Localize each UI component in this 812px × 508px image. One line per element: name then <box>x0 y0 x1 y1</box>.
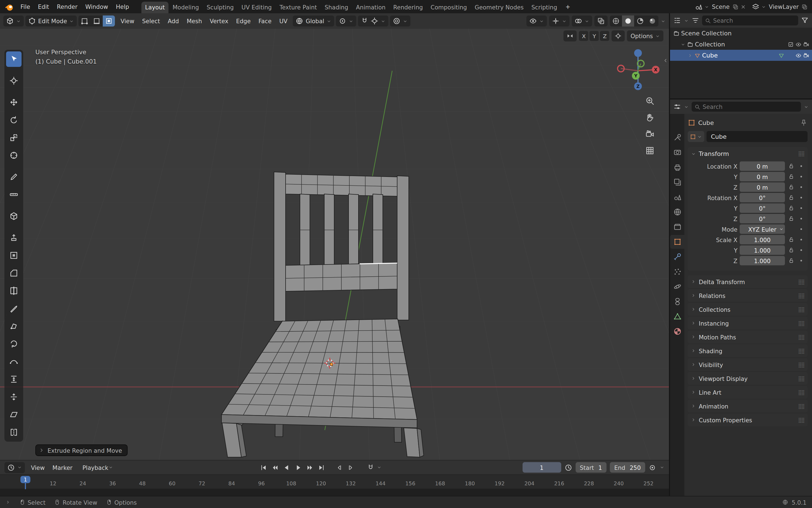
properties-tab-constraints[interactable] <box>670 295 684 308</box>
shading-rendered-button[interactable] <box>646 15 659 27</box>
camera-view-icon[interactable] <box>645 129 655 139</box>
vertex-select-button[interactable] <box>79 15 91 27</box>
workspace-tab-layout[interactable]: Layout <box>141 2 169 13</box>
animate-dot-icon[interactable] <box>799 258 803 263</box>
properties-tab-material[interactable] <box>670 325 684 338</box>
viewport-menu-select[interactable]: Select <box>138 15 164 27</box>
viewport-menu-face[interactable]: Face <box>255 15 276 27</box>
properties-tab-render[interactable] <box>670 145 684 159</box>
shading-material-button[interactable] <box>634 15 646 27</box>
lock-open-icon[interactable] <box>788 247 794 253</box>
pan-view-icon[interactable] <box>645 113 655 122</box>
gizmo-z-axis[interactable]: Z <box>634 82 642 90</box>
tool-edge-slide-button[interactable] <box>6 372 21 387</box>
panel-grip-icon[interactable]: ⣿⣿ <box>798 151 804 157</box>
menu-window[interactable]: Window <box>82 1 112 12</box>
options-dropdown[interactable]: Options <box>627 30 663 41</box>
value-field[interactable]: 1.000 <box>739 245 785 255</box>
shading-wireframe-button[interactable] <box>610 15 622 27</box>
value-field[interactable]: 1.000 <box>739 256 785 265</box>
lock-open-icon[interactable] <box>788 258 794 264</box>
workspace-tab-modeling[interactable]: Modeling <box>169 2 203 13</box>
workspace-tab-scripting[interactable]: Scripting <box>528 2 561 13</box>
snap-selector[interactable] <box>358 15 388 27</box>
axis-toggle-x[interactable]: X <box>579 31 588 41</box>
animate-dot-icon[interactable] <box>799 185 803 189</box>
properties-tab-tool[interactable] <box>670 130 684 144</box>
tool-bevel-button[interactable] <box>6 265 21 281</box>
properties-tab-particles[interactable] <box>670 265 684 279</box>
new-scene-icon[interactable] <box>732 4 738 10</box>
gizmos-button[interactable] <box>549 15 570 27</box>
current-frame-field[interactable]: 1 <box>522 462 561 473</box>
viewport-menu-edge[interactable]: Edge <box>232 15 255 27</box>
properties-editor-icon[interactable] <box>673 103 681 111</box>
zoom-view-icon[interactable] <box>645 96 655 105</box>
id-type-button[interactable] <box>688 131 704 142</box>
snap-playhead-button[interactable] <box>365 462 376 473</box>
animate-dot-icon[interactable] <box>799 164 803 169</box>
panel-grip-icon[interactable]: ⣿⣿ <box>798 348 804 353</box>
lock-open-icon[interactable] <box>788 237 794 243</box>
panel-grip-icon[interactable]: ⣿⣿ <box>798 306 804 312</box>
animate-dot-icon[interactable] <box>799 206 803 211</box>
clock-icon[interactable] <box>564 464 572 471</box>
start-frame-field[interactable]: Start 1 <box>575 462 607 473</box>
playback-dropdown[interactable]: Playback <box>79 462 117 473</box>
properties-search[interactable] <box>691 102 801 112</box>
object-name-input[interactable] <box>707 131 808 142</box>
face-select-button[interactable] <box>103 15 115 27</box>
camera-icon[interactable] <box>803 52 809 58</box>
mode-select[interactable]: XYZ Euler <box>739 224 785 234</box>
navigation-gizmo[interactable]: YZX <box>616 49 660 93</box>
eye-icon[interactable] <box>796 52 802 58</box>
show-object-types-button[interactable] <box>526 15 547 27</box>
snap-widget-icon[interactable] <box>612 30 625 41</box>
next-keyframe-button[interactable] <box>304 462 316 473</box>
animate-dot-icon[interactable] <box>799 227 803 231</box>
panel-animation[interactable]: Animation⣿⣿ <box>688 400 808 412</box>
animate-dot-icon[interactable] <box>799 174 803 179</box>
animate-dot-icon[interactable] <box>799 248 803 253</box>
operator-panel[interactable]: Extrude Region and Move <box>35 444 128 456</box>
mirror-icon[interactable] <box>564 30 577 41</box>
outliner-editor-icon[interactable] <box>673 16 681 24</box>
tool-knife-button[interactable] <box>6 301 21 316</box>
tool-annotate-button[interactable] <box>6 169 21 185</box>
tool-scale-button[interactable] <box>6 130 21 145</box>
lock-open-icon[interactable] <box>788 205 794 211</box>
panel-grip-icon[interactable]: ⣿⣿ <box>798 417 804 423</box>
eye-icon[interactable] <box>796 41 802 47</box>
panel-grip-icon[interactable]: ⣿⣿ <box>798 320 804 326</box>
panel-viewport-display[interactable]: Viewport Display⣿⣿ <box>688 372 808 385</box>
gizmo-x-negative[interactable] <box>617 65 625 73</box>
value-field[interactable]: 0° <box>739 214 785 223</box>
tool-inset-faces-button[interactable] <box>6 248 21 263</box>
filter-funnel-icon[interactable] <box>801 16 809 24</box>
mode-selector[interactable]: Edit Mode <box>26 15 77 27</box>
chevron-down-icon[interactable] <box>661 18 666 24</box>
panel-delta-transform[interactable]: Delta Transform⣿⣿ <box>688 275 808 288</box>
shading-solid-button[interactable] <box>622 15 634 27</box>
animate-dot-icon[interactable] <box>799 237 803 242</box>
tool-rip-region-button[interactable] <box>6 425 21 440</box>
lock-open-icon[interactable] <box>788 174 794 180</box>
lock-open-icon[interactable] <box>788 184 794 190</box>
chevron-down-icon[interactable] <box>377 465 382 470</box>
workspace-tab-geometry-nodes[interactable]: Geometry Nodes <box>471 2 528 13</box>
outliner-search[interactable] <box>702 15 798 26</box>
editor-type-button[interactable] <box>3 15 24 27</box>
properties-tab-world[interactable] <box>670 205 684 219</box>
panel-line-art[interactable]: Line Art⣿⣿ <box>688 386 808 398</box>
transform-panel-header[interactable]: Transform ⣿⣿ <box>690 147 805 160</box>
xray-toggle[interactable] <box>594 15 608 27</box>
outliner-row-scene-collection[interactable]: Scene Collection <box>670 28 812 39</box>
camera-icon[interactable] <box>803 41 809 47</box>
timeline-ruler[interactable]: 1224364860728496108120132144156168180192… <box>0 474 669 489</box>
properties-search-input[interactable] <box>703 103 798 110</box>
play-button[interactable] <box>293 462 304 473</box>
viewport-menu-add[interactable]: Add <box>164 15 183 27</box>
properties-tab-object[interactable] <box>670 235 684 249</box>
pin-icon[interactable] <box>800 119 808 127</box>
new-viewlayer-icon[interactable] <box>802 4 808 10</box>
